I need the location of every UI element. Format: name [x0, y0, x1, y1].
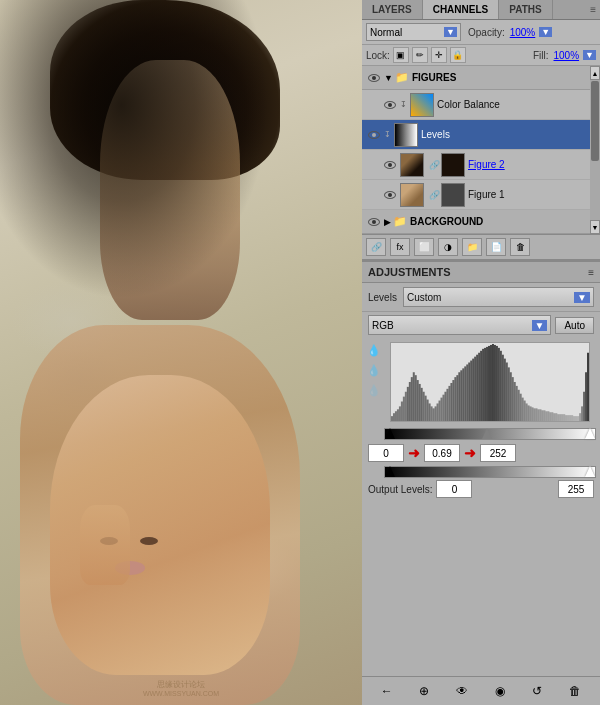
layer-figure1[interactable]: 🔗 Figure 1 [362, 180, 590, 210]
histogram-area [390, 342, 590, 422]
adj-preset-select[interactable]: Custom ▼ [403, 287, 594, 307]
input-max-field[interactable] [480, 444, 516, 462]
lock-position-btn[interactable]: ✛ [431, 47, 447, 63]
tab-paths[interactable]: PATHS [499, 0, 552, 19]
adj-back-btn[interactable]: ← [376, 681, 398, 701]
layer-color-balance[interactable]: ↧ Color Balance [362, 90, 590, 120]
svg-rect-34 [456, 375, 458, 421]
figures-arrow[interactable]: ▼ [384, 73, 393, 83]
adj-preset-arrow[interactable]: ▼ [574, 292, 590, 303]
white-point-handle[interactable] [585, 428, 595, 439]
figure2-img-thumb [400, 153, 424, 177]
tab-layers[interactable]: LAYERS [362, 0, 423, 19]
canvas-area: 思缘设计论坛 WWW.MISSYUAN.COM [0, 0, 362, 705]
output-max-field[interactable] [558, 480, 594, 498]
layer-figure2[interactable]: 🔗 Figure 2 [362, 150, 590, 180]
svg-rect-48 [484, 348, 486, 421]
panel-tabs: LAYERS CHANNELS PATHS ≡ [362, 0, 600, 20]
scroll-track[interactable] [590, 80, 600, 220]
svg-rect-4 [397, 409, 399, 421]
scroll-thumb[interactable] [591, 81, 599, 161]
adj-delete-btn[interactable]: 🗑 [564, 681, 586, 701]
levels-eye[interactable] [366, 127, 382, 143]
svg-rect-3 [395, 411, 397, 421]
svg-rect-8 [405, 392, 407, 421]
add-mask-btn[interactable]: ⬜ [414, 238, 434, 256]
background-arrow[interactable]: ▶ [384, 217, 391, 227]
svg-rect-43 [474, 357, 476, 421]
output-values-row: Output Levels: [362, 478, 600, 500]
tab-channels[interactable]: CHANNELS [423, 0, 500, 19]
svg-rect-89 [565, 415, 567, 421]
opacity-value[interactable]: 100% [510, 27, 536, 38]
svg-rect-21 [431, 406, 433, 421]
layer-fx-indicator: ↧ [400, 100, 407, 109]
black-point-handle[interactable] [385, 428, 395, 439]
opacity-arrow[interactable]: ▼ [539, 27, 552, 37]
delete-layer-btn[interactable]: 🗑 [510, 238, 530, 256]
svg-rect-55 [498, 348, 500, 421]
panel-menu-icon[interactable]: ≡ [590, 4, 596, 15]
blend-mode-select[interactable]: Normal ▼ [366, 23, 461, 41]
figure2-eye[interactable] [382, 157, 398, 173]
lock-transparent-btn[interactable]: ▣ [393, 47, 409, 63]
svg-rect-44 [476, 355, 478, 421]
adjustments-panel: ADJUSTMENTS ≡ Levels Custom ▼ RGB ▼ Auto [362, 260, 600, 705]
svg-rect-53 [494, 345, 496, 421]
output-white-handle[interactable] [585, 466, 595, 477]
adj-title: ADJUSTMENTS [368, 266, 588, 278]
adj-reset-btn[interactable]: ↺ [526, 681, 548, 701]
figures-eye[interactable] [366, 70, 382, 86]
adj-view-btn[interactable]: ◉ [489, 681, 511, 701]
layer-levels[interactable]: ↧ Levels [362, 120, 590, 150]
svg-rect-77 [541, 410, 543, 421]
adj-menu-icon[interactable]: ≡ [588, 267, 594, 278]
fill-value[interactable]: 100% [554, 50, 580, 61]
layer-group-background[interactable]: ▶ 📁 BACKGROUND [362, 210, 590, 234]
svg-rect-76 [540, 409, 542, 421]
midtone-handle[interactable] [482, 428, 492, 439]
adj-target-btn[interactable]: ⊕ [413, 681, 435, 701]
lock-image-btn[interactable]: ✏ [412, 47, 428, 63]
layer-group-figures[interactable]: ▼ 📁 FIGURES [362, 66, 590, 90]
channel-select[interactable]: RGB ▼ [368, 315, 551, 335]
auto-button[interactable]: Auto [555, 317, 594, 334]
svg-rect-54 [496, 346, 498, 421]
new-layer-btn[interactable]: 📄 [486, 238, 506, 256]
input-mid-field[interactable] [424, 444, 460, 462]
output-min-field[interactable] [436, 480, 472, 498]
channel-arrow[interactable]: ▼ [532, 320, 548, 331]
svg-rect-39 [466, 364, 468, 421]
svg-rect-91 [569, 415, 571, 421]
fill-arrow[interactable]: ▼ [583, 50, 596, 60]
sample-black-btn[interactable]: 💧 [366, 342, 382, 358]
blend-arrow[interactable]: ▼ [444, 27, 457, 37]
sample-white-btn[interactable]: 💧 [366, 382, 382, 398]
svg-rect-84 [555, 413, 557, 421]
new-adjustment-btn[interactable]: ◑ [438, 238, 458, 256]
svg-rect-80 [547, 411, 549, 421]
link-layers-btn[interactable]: 🔗 [366, 238, 386, 256]
svg-rect-7 [403, 397, 405, 421]
lock-all-btn[interactable]: 🔒 [450, 47, 466, 63]
background-eye[interactable] [366, 214, 382, 230]
svg-rect-97 [581, 406, 583, 421]
output-black-handle[interactable] [385, 466, 395, 477]
input-min-field[interactable] [368, 444, 404, 462]
figure2-name[interactable]: Figure 2 [468, 159, 505, 170]
svg-rect-58 [504, 359, 506, 421]
new-group-btn[interactable]: 📁 [462, 238, 482, 256]
layers-scrollbar[interactable]: ▲ ▼ [590, 66, 600, 234]
adj-eye-btn[interactable]: 👁 [451, 681, 473, 701]
svg-rect-42 [472, 359, 474, 421]
scroll-down-btn[interactable]: ▼ [590, 220, 600, 234]
add-style-btn[interactable]: fx [390, 238, 410, 256]
figures-group-name: FIGURES [412, 72, 456, 83]
figure1-eye[interactable] [382, 187, 398, 203]
color-balance-eye[interactable] [382, 97, 398, 113]
sample-gray-btn[interactable]: 💧 [366, 362, 382, 378]
scroll-up-btn[interactable]: ▲ [590, 66, 600, 80]
svg-rect-70 [528, 405, 530, 421]
main-container: 思缘设计论坛 WWW.MISSYUAN.COM LAYERS CHANNELS … [0, 0, 600, 705]
svg-rect-41 [470, 361, 472, 421]
